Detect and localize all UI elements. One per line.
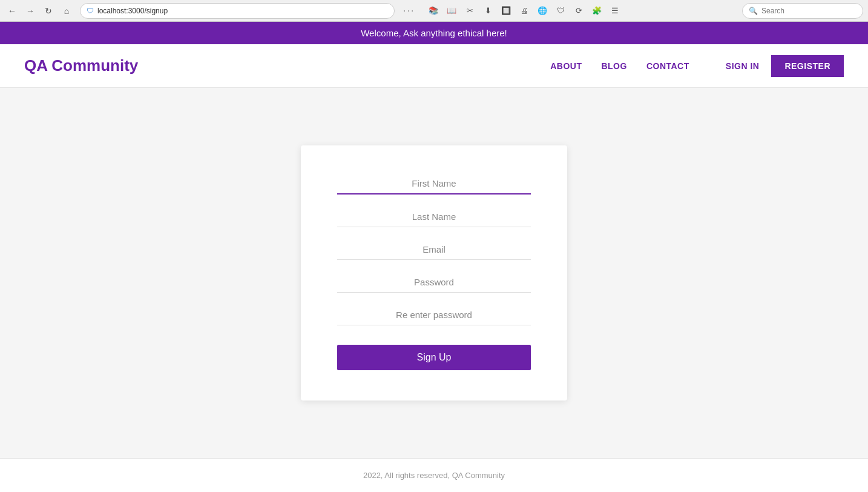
search-icon: 🔍 (749, 7, 758, 15)
home-button[interactable]: ⌂ (59, 4, 74, 18)
password-input[interactable] (337, 274, 531, 290)
navbar: QA Community ABOUT BLOG CONTACT SIGN IN … (0, 44, 868, 88)
lastname-input[interactable] (337, 209, 531, 224)
browser-chrome: ← → ↻ ⌂ 🛡 localhost:3000/signup ··· 📚 📖 … (0, 0, 868, 22)
addon5-icon[interactable]: ⟳ (571, 3, 587, 19)
bookmarks-icon[interactable]: 📚 (426, 3, 441, 19)
signup-card: Sign Up (301, 145, 567, 401)
screenshot-icon[interactable]: ✂ (462, 3, 478, 19)
addon4-icon[interactable]: 🛡 (553, 3, 568, 19)
footer: 2022, All rights reserved, QA Community (0, 458, 868, 492)
signup-button[interactable]: Sign Up (337, 345, 531, 370)
nav-link-contact[interactable]: CONTACT (646, 61, 689, 71)
reload-button[interactable]: ↻ (41, 4, 56, 18)
nav-link-blog[interactable]: BLOG (601, 61, 626, 71)
password-field-wrapper (337, 274, 531, 293)
footer-text: 2022, All rights reserved, QA Community (363, 471, 505, 480)
firstname-field-wrapper (337, 176, 531, 194)
lastname-field-wrapper (337, 209, 531, 227)
address-bar[interactable]: 🛡 localhost:3000/signup (80, 3, 395, 19)
search-placeholder: Search (761, 7, 784, 15)
more-options-icon[interactable]: ··· (403, 5, 415, 16)
reader-mode-icon[interactable]: 📖 (444, 3, 459, 19)
app-wrapper: Welcome, Ask anything ethical here! QA C… (0, 22, 868, 492)
back-button[interactable]: ← (5, 4, 19, 18)
repassword-field-wrapper (337, 307, 531, 325)
addon1-icon[interactable]: 🔲 (498, 3, 514, 19)
browser-search-bar[interactable]: 🔍 Search (742, 3, 863, 19)
email-field-wrapper (337, 242, 531, 260)
extensions-icon[interactable]: 🧩 (589, 3, 605, 19)
main-content: Sign Up (0, 88, 868, 458)
navbar-links: ABOUT BLOG CONTACT (550, 61, 689, 71)
nav-link-about[interactable]: ABOUT (550, 61, 582, 71)
signin-button[interactable]: SIGN IN (726, 61, 760, 71)
welcome-banner: Welcome, Ask anything ethical here! (0, 22, 868, 44)
navbar-actions: SIGN IN REGISTER (726, 55, 844, 77)
addon3-icon[interactable]: 🌐 (534, 3, 550, 19)
brand-logo[interactable]: QA Community (24, 56, 138, 75)
browser-toolbar-icons: 📚 📖 ✂ ⬇ 🔲 🖨 🌐 🛡 ⟳ 🧩 ☰ (426, 3, 623, 19)
url-text: localhost:3000/signup (97, 7, 168, 15)
forward-button[interactable]: → (23, 4, 38, 18)
menu-icon[interactable]: ☰ (607, 3, 623, 19)
repassword-input[interactable] (337, 307, 531, 322)
banner-text: Welcome, Ask anything ethical here! (361, 28, 507, 38)
firstname-input[interactable] (337, 176, 531, 191)
shield-icon: 🛡 (87, 7, 94, 15)
download-icon[interactable]: ⬇ (480, 3, 496, 19)
addon2-icon[interactable]: 🖨 (516, 3, 532, 19)
email-input[interactable] (337, 242, 531, 257)
register-button[interactable]: REGISTER (771, 55, 844, 77)
